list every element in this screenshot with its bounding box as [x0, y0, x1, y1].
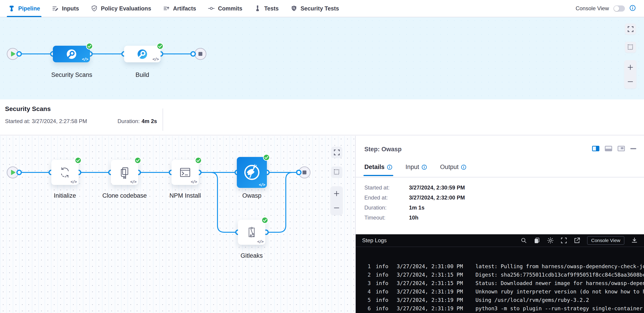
step-node-label[interactable]: Initialize: [36, 192, 93, 199]
tab-pipeline[interactable]: Pipeline: [8, 0, 40, 17]
stage-node-label[interactable]: Security Scans: [46, 71, 98, 78]
zoom-in-button[interactable]: [330, 186, 343, 201]
canvas-fullscreen-button[interactable]: [331, 147, 342, 158]
step-node-clone-codebase[interactable]: </>: [111, 160, 138, 185]
log-timestamp: 3/27/2024, 2:31:15 PM: [397, 280, 466, 286]
info-icon[interactable]: [630, 5, 636, 12]
log-message: Using /usr/local/rvm/gems/ruby-3.2.2: [476, 297, 589, 303]
detail-row-timeout: Timeout:10h: [364, 215, 418, 221]
codebase-icon: [118, 166, 131, 179]
log-level: info: [376, 306, 390, 312]
step-details-panel: Step: Owasp Details Input Output: [356, 136, 644, 313]
stage-graph-canvas[interactable]: </> Security Scans </> Build: [0, 17, 644, 99]
download-icon[interactable]: [631, 237, 638, 244]
stage-title: Security Scans: [5, 105, 51, 113]
tab-inputs[interactable]: Inputs: [52, 0, 79, 17]
log-timestamp: 3/27/2024, 2:31:19 PM: [397, 306, 466, 312]
success-check-icon: [86, 43, 93, 50]
console-view-button[interactable]: Console View: [587, 236, 624, 245]
log-row: 6 info 3/27/2024, 2:31:19 PM python3 -m …: [356, 304, 644, 313]
step-graph-canvas[interactable]: </> Initialize </> Clone codebase: [0, 136, 356, 313]
tab-label: Security Tests: [300, 5, 339, 12]
canvas-fullscreen-button[interactable]: [625, 23, 636, 34]
log-message: latest: Pulling from harness/owasp-depen…: [476, 263, 644, 269]
step-logs-body[interactable]: 1 info 3/27/2024, 2:31:00 PM latest: Pul…: [356, 247, 644, 313]
code-glyph: </>: [82, 57, 88, 61]
log-row: 4 info 3/27/2024, 2:31:19 PM Unknown rub…: [356, 287, 644, 296]
stage-node-build[interactable]: </>: [124, 46, 160, 62]
step-node-owasp[interactable]: </>: [237, 157, 267, 188]
sto-scan-icon: [65, 47, 78, 61]
divider: [162, 108, 163, 131]
log-level: info: [376, 272, 390, 278]
tab-input[interactable]: Input: [406, 164, 427, 176]
log-timestamp: 3/27/2024, 2:31:19 PM: [397, 297, 466, 303]
zoom-out-button[interactable]: [624, 74, 636, 89]
minimize-panel-icon[interactable]: [630, 148, 636, 149]
step-node-gitleaks[interactable]: </>: [238, 220, 265, 245]
success-check-icon: [157, 43, 164, 50]
detail-label: Ended at:: [364, 195, 409, 201]
step-panel-tabs: Details Input Output: [364, 164, 466, 176]
success-check-icon: [262, 217, 268, 224]
search-icon[interactable]: [520, 237, 527, 244]
zoom-in-button[interactable]: [624, 60, 636, 74]
tab-label: Details: [364, 164, 384, 171]
log-level: info: [376, 297, 390, 303]
nav-right-controls: Console View: [576, 5, 636, 12]
tab-policy-evaluations[interactable]: Policy Evaluations: [91, 0, 151, 17]
fullscreen-icon[interactable]: [561, 237, 567, 244]
detail-value: 1m 1s: [409, 205, 424, 211]
step-node-label[interactable]: Owasp: [224, 192, 280, 199]
stage-node-security-scans[interactable]: </>: [53, 46, 90, 62]
log-line-number: 2: [356, 272, 371, 278]
tab-output[interactable]: Output: [440, 164, 466, 176]
log-level: info: [376, 280, 390, 286]
pipeline-icon: [8, 5, 15, 12]
info-icon[interactable]: [387, 164, 392, 170]
log-row: 3 info 3/27/2024, 2:31:15 PM Status: Dow…: [356, 279, 644, 287]
step-node-label[interactable]: Gitleaks: [223, 252, 280, 259]
step-node-npm-install[interactable]: </>: [172, 160, 199, 185]
success-check-icon: [195, 157, 202, 164]
tab-security-tests[interactable]: Security Tests: [290, 0, 339, 17]
terminal-icon: [178, 166, 192, 179]
detail-row-started: Started at:3/27/2024, 2:30:59 PM: [364, 185, 465, 191]
canvas-select-button[interactable]: [625, 42, 636, 53]
pipeline-execution-page: Pipeline Inputs Policy Evaluations Artif…: [0, 0, 644, 313]
zoom-out-button[interactable]: [330, 201, 343, 215]
tab-details[interactable]: Details: [364, 164, 392, 176]
stage-graph-wires: [0, 17, 644, 99]
step-node-label[interactable]: NPM Install: [157, 192, 214, 199]
info-icon[interactable]: [461, 164, 466, 170]
duration-label: Duration:: [118, 118, 140, 124]
console-view-toggle[interactable]: [614, 5, 625, 11]
log-level: info: [376, 289, 390, 295]
step-node-initialize[interactable]: </>: [51, 160, 78, 185]
external-link-icon[interactable]: [574, 237, 580, 244]
layout-right-panel-icon[interactable]: [592, 146, 599, 151]
code-glyph: </>: [259, 182, 265, 187]
copy-icon[interactable]: [534, 237, 540, 244]
canvas-zoom-panel: [624, 60, 636, 89]
layout-floating-panel-icon[interactable]: [618, 146, 625, 151]
code-glyph: </>: [152, 57, 158, 61]
info-icon[interactable]: [422, 164, 427, 170]
detail-value: 3/27/2024, 2:30:59 PM: [409, 185, 465, 191]
stage-started-at: Started at: 3/27/2024, 2:27:58 PM: [5, 118, 87, 124]
tab-commits[interactable]: Commits: [208, 0, 242, 17]
settings-gear-icon[interactable]: [547, 237, 554, 244]
tab-label: Output: [440, 164, 459, 171]
log-message: Digest: sha256:7755011cdb13caf9f95051f8c…: [476, 272, 644, 278]
canvas-select-button[interactable]: [331, 167, 342, 178]
shield-check-icon: [91, 5, 98, 12]
stage-node-label[interactable]: Build: [124, 71, 160, 78]
log-line-number: 4: [356, 289, 371, 295]
tab-artifacts[interactable]: Artifacts: [163, 0, 196, 17]
layout-bottom-panel-icon[interactable]: [605, 146, 612, 151]
detail-row-ended: Ended at:3/27/2024, 2:32:00 PM: [364, 195, 465, 201]
tab-label: Inputs: [62, 5, 79, 12]
log-timestamp: 3/27/2024, 2:31:19 PM: [397, 289, 466, 295]
step-node-label[interactable]: Clone codebase: [93, 192, 156, 199]
tab-tests[interactable]: Tests: [254, 0, 278, 17]
